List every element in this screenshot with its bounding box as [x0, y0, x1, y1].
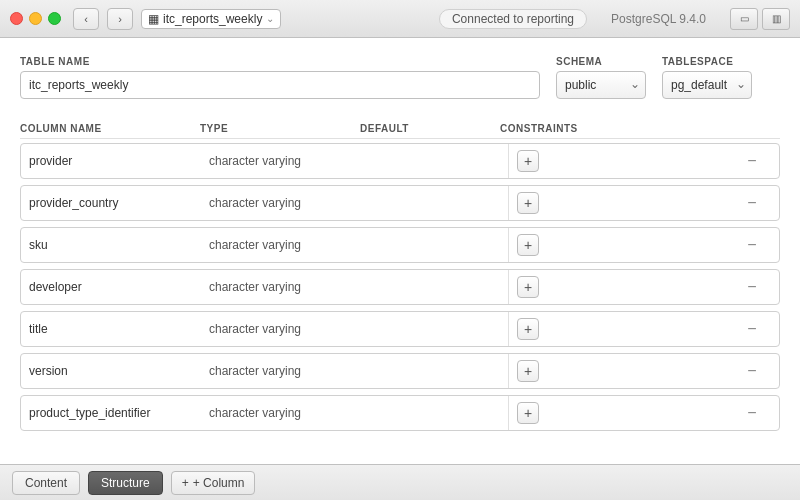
col-constraints-cell: +	[509, 192, 741, 214]
add-column-icon: +	[182, 476, 189, 490]
remove-row-button[interactable]: −	[741, 402, 763, 424]
table-row: title character varying + −	[20, 311, 780, 347]
table-icon: ▦	[148, 12, 159, 26]
add-constraint-button[interactable]: +	[517, 402, 539, 424]
col-type-value: character varying	[209, 238, 369, 252]
content-tab[interactable]: Content	[12, 471, 80, 495]
table-row: sku character varying + −	[20, 227, 780, 263]
table-row: product_type_identifier character varyin…	[20, 395, 780, 431]
add-column-label: + Column	[193, 476, 245, 490]
add-constraint-button[interactable]: +	[517, 318, 539, 340]
add-constraint-button[interactable]: +	[517, 150, 539, 172]
col-name-value: title	[29, 322, 209, 336]
forward-icon: ›	[118, 13, 122, 25]
col-header-name: COLUMN NAME	[20, 123, 200, 134]
col-type-value: character varying	[209, 406, 369, 420]
col-constraints-cell: +	[509, 234, 741, 256]
table-name-group: TABLE NAME	[20, 56, 540, 99]
add-constraint-button[interactable]: +	[517, 234, 539, 256]
col-header-constraints: CONSTRAINTS	[500, 123, 750, 134]
col-type-value: character varying	[209, 364, 369, 378]
schema-label: SCHEMA	[556, 56, 646, 67]
maximize-button[interactable]	[48, 12, 61, 25]
col-constraints-cell: +	[509, 360, 741, 382]
col-default-value	[369, 144, 509, 178]
remove-row-button[interactable]: −	[741, 318, 763, 340]
single-window-icon: ▭	[740, 13, 749, 24]
col-name-value: provider	[29, 154, 209, 168]
tablespace-select[interactable]: pg_default	[662, 71, 752, 99]
table-row: provider character varying + −	[20, 143, 780, 179]
col-constraints-cell: +	[509, 318, 741, 340]
remove-row-button[interactable]: −	[741, 360, 763, 382]
col-default-value	[369, 186, 509, 220]
window-buttons: ▭ ▥	[730, 8, 790, 30]
col-default-value	[369, 270, 509, 304]
col-type-value: character varying	[209, 280, 369, 294]
col-constraints-cell: +	[509, 150, 741, 172]
close-button[interactable]	[10, 12, 23, 25]
pg-version: PostgreSQL 9.4.0	[611, 12, 706, 26]
col-constraints-cell: +	[509, 276, 741, 298]
col-name-value: product_type_identifier	[29, 406, 209, 420]
tab-label[interactable]: ▦ itc_reports_weekly ⌄	[141, 9, 281, 29]
col-name-value: provider_country	[29, 196, 209, 210]
col-name-value: version	[29, 364, 209, 378]
table-name-label: TABLE NAME	[20, 56, 540, 67]
add-column-button[interactable]: + + Column	[171, 471, 256, 495]
add-constraint-button[interactable]: +	[517, 360, 539, 382]
bottom-bar: Content Structure + + Column	[0, 464, 800, 500]
col-default-value	[369, 312, 509, 346]
table-row: provider_country character varying + −	[20, 185, 780, 221]
columns-list: provider character varying + − provider_…	[20, 143, 780, 431]
main-content: TABLE NAME SCHEMA public TABLESPACE pg_d…	[0, 38, 800, 464]
tab-title: itc_reports_weekly	[163, 12, 262, 26]
col-header-type: TYPE	[200, 123, 360, 134]
col-default-value	[369, 354, 509, 388]
col-constraints-cell: +	[509, 402, 741, 424]
form-section: TABLE NAME SCHEMA public TABLESPACE pg_d…	[20, 56, 780, 99]
split-window-button[interactable]: ▥	[762, 8, 790, 30]
connection-status: Connected to reporting	[439, 9, 587, 29]
tablespace-select-wrapper: pg_default	[662, 71, 752, 99]
col-default-value	[369, 396, 509, 430]
remove-row-button[interactable]: −	[741, 150, 763, 172]
col-type-value: character varying	[209, 322, 369, 336]
titlebar: ‹ › ▦ itc_reports_weekly ⌄ Connected to …	[0, 0, 800, 38]
schema-group: SCHEMA public	[556, 56, 646, 99]
table-row: developer character varying + −	[20, 269, 780, 305]
forward-button[interactable]: ›	[107, 8, 133, 30]
add-constraint-button[interactable]: +	[517, 192, 539, 214]
tablespace-group: TABLESPACE pg_default	[662, 56, 752, 99]
col-header-default: DEFAULT	[360, 123, 500, 134]
remove-row-button[interactable]: −	[741, 276, 763, 298]
back-icon: ‹	[84, 13, 88, 25]
tablespace-label: TABLESPACE	[662, 56, 752, 67]
remove-row-button[interactable]: −	[741, 234, 763, 256]
table-row: version character varying + −	[20, 353, 780, 389]
tab-chevron-icon: ⌄	[266, 13, 274, 24]
minimize-button[interactable]	[29, 12, 42, 25]
table-name-input[interactable]	[20, 71, 540, 99]
split-window-icon: ▥	[772, 13, 781, 24]
columns-header: COLUMN NAME TYPE DEFAULT CONSTRAINTS	[20, 119, 780, 139]
add-constraint-button[interactable]: +	[517, 276, 539, 298]
col-name-value: sku	[29, 238, 209, 252]
col-type-value: character varying	[209, 196, 369, 210]
structure-tab[interactable]: Structure	[88, 471, 163, 495]
schema-select[interactable]: public	[556, 71, 646, 99]
back-button[interactable]: ‹	[73, 8, 99, 30]
single-window-button[interactable]: ▭	[730, 8, 758, 30]
col-type-value: character varying	[209, 154, 369, 168]
schema-select-wrapper: public	[556, 71, 646, 99]
col-name-value: developer	[29, 280, 209, 294]
col-default-value	[369, 228, 509, 262]
traffic-lights	[10, 12, 61, 25]
remove-row-button[interactable]: −	[741, 192, 763, 214]
